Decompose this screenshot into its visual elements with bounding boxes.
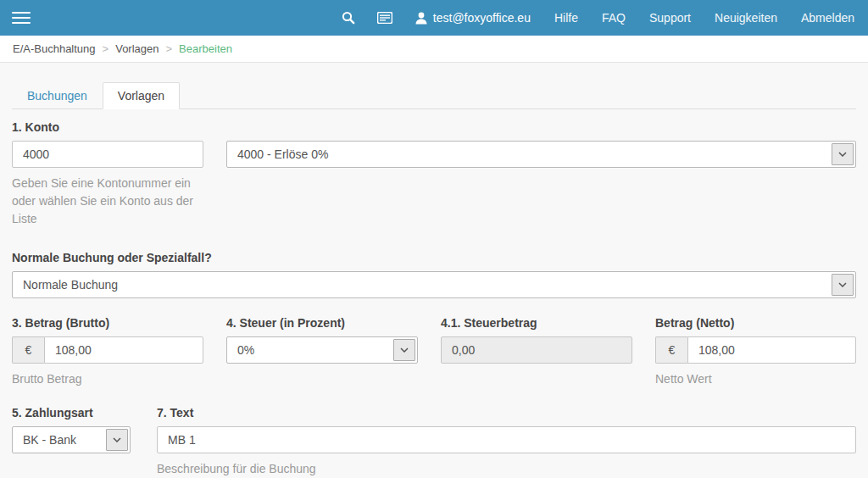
chevron-down-icon	[832, 274, 854, 296]
steuerbetrag-label: 4.1. Steuerbetrag	[441, 316, 632, 330]
konto-help: Geben Sie eine Kontonummer ein oder wähl…	[12, 175, 212, 228]
user-account-menu[interactable]: test@foxyoffice.eu	[403, 11, 542, 25]
chevron-down-icon	[832, 143, 854, 165]
main-content: Buchungen Vorlagen 1. Konto 4000 - Erlös…	[0, 63, 868, 478]
breadcrumb-item-buchhaltung[interactable]: E/A-Buchhaltung	[13, 42, 96, 55]
konto-label: 1. Konto	[12, 120, 856, 134]
brutto-currency-addon: €	[12, 336, 44, 364]
brutto-label: 3. Betrag (Brutto)	[12, 316, 203, 330]
tab-bar: Buchungen Vorlagen	[12, 63, 856, 109]
steuerbetrag-input	[441, 336, 632, 364]
chevron-down-icon	[106, 429, 128, 451]
text-label: 7. Text	[157, 406, 856, 420]
buchungstyp-select-value: Normale Buchung	[23, 278, 118, 292]
netto-currency-addon: €	[655, 336, 687, 364]
konto-select-value: 4000 - Erlöse 0%	[237, 147, 328, 161]
search-icon[interactable]	[331, 11, 366, 25]
nav-item-hilfe[interactable]: Hilfe	[542, 11, 590, 25]
text-input[interactable]	[157, 426, 856, 453]
breadcrumb-item-active: Bearbeiten	[179, 42, 232, 55]
tab-vorlagen[interactable]: Vorlagen	[103, 82, 180, 109]
konto-number-input[interactable]	[12, 141, 203, 168]
nav-item-neuigkeiten[interactable]: Neuigkeiten	[703, 11, 789, 25]
nav-item-abmelden[interactable]: Abmelden	[789, 11, 856, 25]
chevron-down-icon	[393, 339, 415, 361]
navbar-right: test@foxyoffice.eu Hilfe FAQ Support Neu…	[331, 11, 856, 25]
steuer-select-value: 0%	[237, 343, 254, 357]
breadcrumb: E/A-Buchhaltung > Vorlagen > Bearbeiten	[0, 36, 868, 63]
netto-label: Betrag (Netto)	[655, 316, 856, 330]
brutto-help: Brutto Betrag	[12, 370, 203, 388]
text-help: Beschreibung für die Buchung	[157, 460, 856, 478]
steuer-label: 4. Steuer (in Prozent)	[226, 316, 418, 330]
nav-item-faq[interactable]: FAQ	[590, 11, 637, 25]
breadcrumb-separator: >	[103, 42, 109, 55]
tab-buchungen[interactable]: Buchungen	[12, 82, 103, 109]
top-navbar: test@foxyoffice.eu Hilfe FAQ Support Neu…	[0, 0, 868, 36]
messages-icon[interactable]	[366, 12, 403, 24]
nav-item-support[interactable]: Support	[637, 11, 703, 25]
brutto-input[interactable]	[44, 336, 203, 364]
user-icon	[415, 12, 427, 25]
konto-select[interactable]: 4000 - Erlöse 0%	[226, 141, 856, 168]
breadcrumb-item-vorlagen[interactable]: Vorlagen	[115, 42, 159, 55]
breadcrumb-separator: >	[166, 42, 173, 55]
steuer-select[interactable]: 0%	[226, 336, 418, 364]
buchungstyp-select[interactable]: Normale Buchung	[12, 271, 856, 298]
buchungstyp-label: Normale Buchung oder Spezialfall?	[12, 251, 856, 264]
zahlungsart-select-value: BK - Bank	[23, 433, 76, 447]
user-email: test@foxyoffice.eu	[433, 11, 531, 25]
zahlungsart-select[interactable]: BK - Bank	[12, 426, 131, 453]
hamburger-icon[interactable]	[12, 8, 31, 27]
netto-help: Netto Wert	[655, 370, 856, 388]
netto-input[interactable]	[687, 336, 856, 364]
zahlungsart-label: 5. Zahlungsart	[12, 406, 131, 420]
